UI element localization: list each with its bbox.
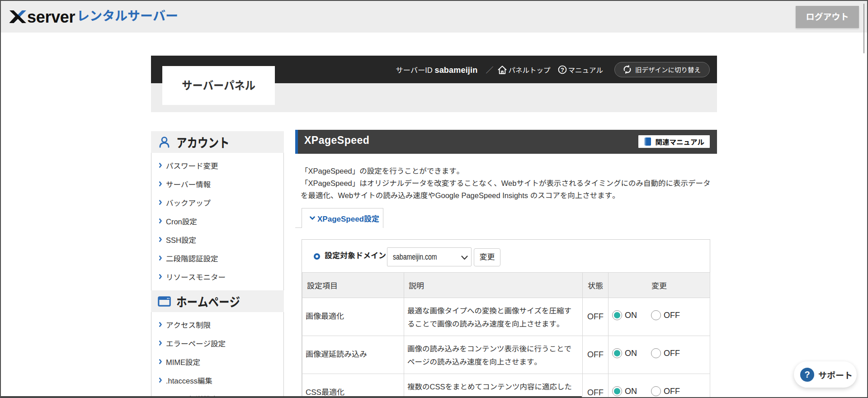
svg-text:?: ? <box>561 66 565 73</box>
